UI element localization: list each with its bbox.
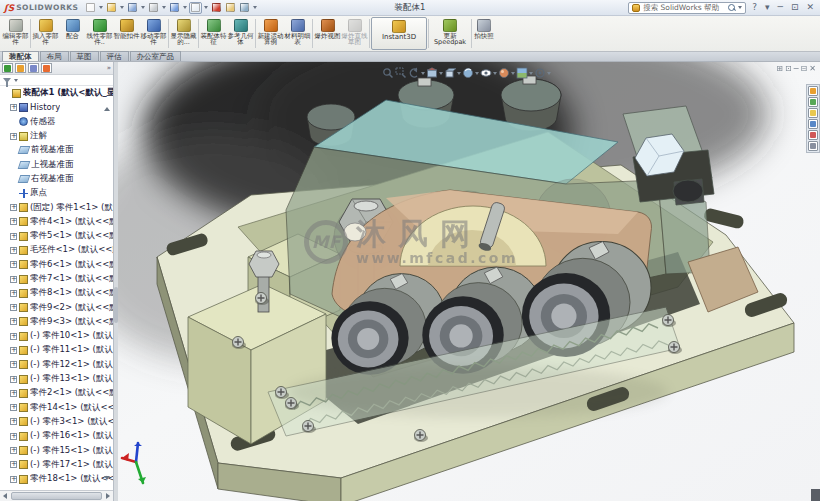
expand-icon[interactable]: + [10, 390, 17, 397]
expand-icon[interactable]: + [10, 276, 17, 283]
tree-item[interactable]: +毛坯件<1> (默认<<默 [0, 243, 113, 257]
property-manager-tab[interactable] [15, 63, 26, 73]
save-dropdown-icon[interactable] [141, 6, 145, 9]
open-dropdown-icon[interactable] [120, 6, 124, 9]
expand-icon[interactable]: + [10, 204, 17, 211]
tree-item[interactable]: +(-) 零件15<1> (默认<< [0, 443, 113, 457]
command-tab-评估[interactable]: 评估 [100, 51, 129, 61]
view-orientation-dropdown-icon[interactable] [457, 72, 461, 75]
tree-item[interactable]: +零件18<1> (默认<<默 [0, 472, 113, 486]
rebuild-button[interactable] [210, 2, 223, 14]
tree-item[interactable]: +(固定) 零件1<1> (默认< [0, 200, 113, 214]
design-library-button[interactable] [808, 97, 818, 107]
edit-appearance-button[interactable] [498, 64, 515, 83]
expand-icon[interactable]: + [10, 347, 17, 354]
tree-item[interactable]: 右视基准面 [0, 172, 113, 186]
expand-icon[interactable]: + [10, 433, 17, 440]
window-new-button[interactable]: ⊞ [776, 64, 783, 74]
tree-item[interactable]: +零件7<1> (默认<<默认 [0, 272, 113, 286]
take-snapshot-button[interactable]: 拍快照 [473, 17, 495, 50]
scroll-left-arrow[interactable] [0, 491, 10, 501]
open-button[interactable] [105, 2, 118, 14]
edit-appearance-dropdown-icon[interactable] [511, 72, 515, 75]
undo-button[interactable] [168, 2, 181, 14]
tree-item[interactable]: +(-) 零件16<1> (默认<< [0, 429, 113, 443]
mate-button[interactable]: 配合 [59, 17, 86, 50]
view-settings-button[interactable] [534, 64, 551, 83]
help-button[interactable]: ? [750, 3, 759, 12]
view-palette-button[interactable] [808, 119, 818, 129]
file-properties-button[interactable] [224, 2, 237, 14]
configuration-manager-tab[interactable] [28, 63, 39, 73]
filter-dropdown-icon[interactable] [14, 79, 18, 82]
print-button[interactable] [147, 2, 160, 14]
hide-show-items-button[interactable] [480, 64, 497, 83]
show-hidden-components-button[interactable]: 显示隐藏的... [170, 17, 197, 50]
apply-scene-dropdown-icon[interactable] [529, 72, 533, 75]
zoom-fit-button[interactable] [382, 64, 394, 83]
edit-component-button[interactable]: 编辑零部件 [2, 17, 29, 50]
tree-item[interactable]: +零件14<1> (默认<<默 [0, 401, 113, 415]
expand-icon[interactable]: + [10, 233, 17, 240]
insert-components-button[interactable]: 插入零部件 [32, 17, 59, 50]
tree-horizontal-scrollbar[interactable] [0, 490, 113, 501]
window-cascade-button[interactable]: ⊟ [801, 64, 808, 74]
graphics-viewport[interactable]: ⊞⊡─⊟✕ MF 沐风网 www.mfcad.com [118, 62, 820, 501]
expand-icon[interactable]: + [10, 261, 17, 268]
expand-icon[interactable]: + [10, 376, 17, 383]
window-minimize-button[interactable]: ─ [794, 64, 799, 74]
fm-tabs-overflow[interactable]: » [107, 64, 111, 72]
file-explorer-button[interactable] [808, 108, 818, 118]
select-dropdown-icon[interactable] [204, 6, 208, 9]
minimize-button[interactable]: ─ [775, 3, 784, 12]
tree-item[interactable]: +零件9<2> (默认<<默认 [0, 300, 113, 314]
expand-icon[interactable]: + [10, 247, 17, 254]
tree-item[interactable]: +注解 [0, 129, 113, 143]
options-button[interactable] [238, 2, 251, 14]
section-view-dropdown-icon[interactable] [439, 72, 443, 75]
tree-item[interactable]: 原点 [0, 186, 113, 200]
previous-view-dropdown-icon[interactable] [421, 72, 425, 75]
dimxpert-tab[interactable] [41, 63, 52, 73]
new-motion-study-button[interactable]: 新建运动算例 [257, 17, 284, 50]
solidworks-resources-button[interactable] [808, 86, 818, 96]
command-tab-草图[interactable]: 草图 [70, 51, 99, 61]
zoom-area-button[interactable] [395, 64, 407, 83]
tree-root-item[interactable]: 装配体1 (默认<默认_显示 [0, 86, 113, 100]
reference-geometry-button[interactable]: 参考几何体 [227, 17, 254, 50]
expand-icon[interactable]: + [10, 476, 17, 483]
tree-scroll-down[interactable] [104, 480, 111, 487]
tree-item[interactable]: +(-) 零件12<1> (默认<< [0, 358, 113, 372]
expand-icon[interactable]: + [10, 304, 17, 311]
select-button[interactable] [189, 2, 202, 14]
explode-line-sketch-button[interactable]: 爆炸直线草图 [341, 17, 368, 50]
tree-item[interactable]: +零件9<3> (默认<<默认 [0, 315, 113, 329]
apply-scene-button[interactable] [516, 64, 533, 83]
close-button[interactable]: ✕ [804, 3, 816, 12]
undo-dropdown-icon[interactable] [183, 6, 187, 9]
tree-item[interactable]: +(-) 零件3<1> (默认<<默 [0, 415, 113, 429]
command-tab-办公室产品[interactable]: 办公室产品 [130, 51, 182, 61]
restore-button[interactable]: ⊡ [789, 3, 801, 12]
options-dropdown-icon[interactable] [253, 6, 257, 9]
command-tab-装配体[interactable]: 装配体 [2, 51, 39, 61]
new-button[interactable] [84, 2, 97, 14]
expand-icon[interactable]: + [10, 218, 17, 225]
view-settings-dropdown-icon[interactable] [547, 72, 551, 75]
expand-icon[interactable]: + [10, 404, 17, 411]
tree-item[interactable]: +零件2<1> (默认<<默认 [0, 386, 113, 400]
tree-item[interactable]: +零件6<1> (默认<<默认 [0, 258, 113, 272]
tree-item[interactable]: +零件8<1> (默认<<默认 [0, 286, 113, 300]
update-speedpak-button[interactable]: 更新 Speedpak [430, 17, 470, 50]
new-dropdown-icon[interactable] [99, 6, 103, 9]
assembly-features-button[interactable]: 装配体特征 [200, 17, 227, 50]
expand-icon[interactable]: + [10, 461, 17, 468]
tree-item[interactable]: 前视基准面 [0, 143, 113, 157]
model-canvas[interactable] [118, 62, 820, 501]
display-style-button[interactable] [462, 64, 479, 83]
linear-component-pattern-button[interactable]: 线性零部件.. [86, 17, 113, 50]
tree-item[interactable]: +(-) 零件10<1> (默认<< [0, 329, 113, 343]
appearances-button[interactable] [808, 130, 818, 140]
expand-icon[interactable]: + [10, 104, 17, 111]
tree-item[interactable]: +(-) 零件17<1> (默认<< [0, 458, 113, 472]
